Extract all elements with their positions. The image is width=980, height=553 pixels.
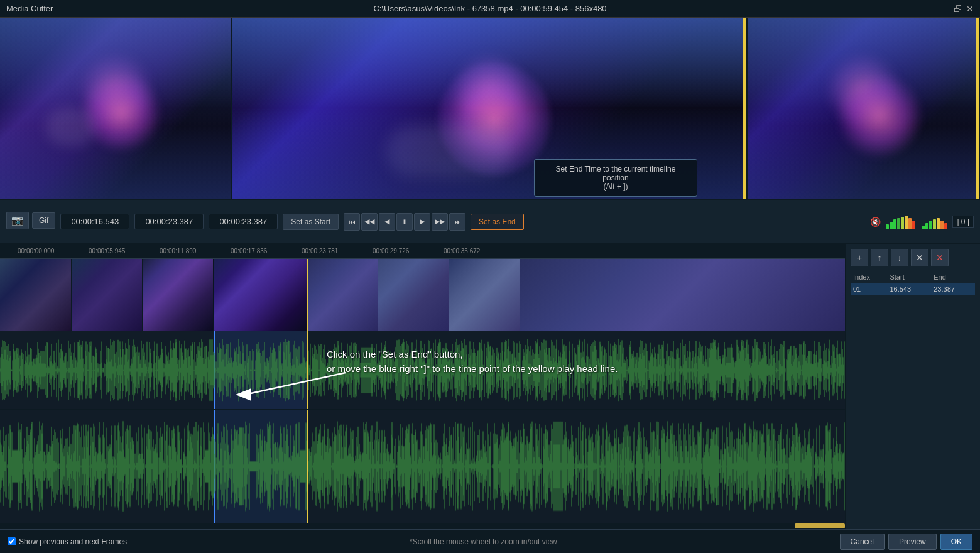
move-up-button[interactable]: ↑	[871, 249, 888, 266]
close-button[interactable]: ✕	[966, 4, 974, 14]
thumb-6	[449, 259, 520, 331]
preview-frame-center	[232, 18, 748, 199]
preview-button[interactable]: Preview	[888, 534, 937, 550]
time-current-display: 00:00:23.387	[134, 214, 204, 229]
level-meter-2	[922, 214, 947, 229]
waveform-top	[0, 331, 845, 410]
thumb-5	[378, 259, 449, 331]
waveform-bottom	[0, 410, 845, 523]
cancel-button[interactable]: Cancel	[840, 534, 885, 550]
nav-first[interactable]: ⏮	[344, 213, 360, 231]
clip-index: 01	[851, 283, 887, 295]
window-title: C:\Users\asus\Videos\Ink - 67358.mp4 - 0…	[373, 4, 606, 13]
thumb-4	[307, 259, 378, 331]
main-area: 📷 Gif 00:00:16.543 00:00:23.387 00:00:23…	[0, 18, 980, 553]
thumb-2	[142, 259, 213, 331]
frame-end-marker	[743, 18, 746, 199]
clip-row-1[interactable]: 01 16.543 23.387	[851, 283, 975, 295]
ruler-mark-1: 00:00:05.945	[89, 248, 125, 255]
move-down-button[interactable]: ↓	[891, 249, 908, 266]
waveform-canvas-1	[0, 331, 845, 409]
ok-button[interactable]: OK	[940, 534, 972, 550]
scroll-hint: *Scroll the mouse wheel to zoom in/out v…	[410, 537, 557, 546]
nav-next-fast[interactable]: ▶▶	[432, 213, 448, 231]
thumb-1	[71, 259, 142, 331]
ruler-mark-3: 00:00:17.836	[231, 248, 267, 255]
restore-button[interactable]: 🗗	[954, 4, 962, 14]
show-frames-label: Show previous and next Frames	[19, 537, 127, 546]
clip-start: 16.543	[887, 283, 931, 295]
controls-bar: 📷 Gif 00:00:16.543 00:00:23.387 00:00:23…	[0, 200, 980, 244]
col-index: Index	[851, 271, 887, 283]
thumb-3	[214, 259, 307, 331]
remove-clip-button[interactable]: ✕	[911, 249, 928, 266]
time-end-display: 00:00:23.387	[209, 214, 278, 229]
timeline-scrollbar[interactable]	[0, 523, 845, 529]
preview-frame-right	[748, 18, 980, 199]
screenshot-icon: 📷	[11, 214, 24, 226]
waveform-playhead	[307, 331, 308, 409]
add-clip-button[interactable]: +	[851, 249, 868, 266]
set-end-button[interactable]: Set as End	[471, 214, 524, 230]
level-meter	[886, 214, 915, 229]
preview-area	[0, 18, 980, 200]
gif-button[interactable]: Gif	[32, 212, 55, 229]
ruler-mark-4: 00:00:23.781	[302, 248, 338, 255]
clip-table: Index Start End 01 16.543 23.387	[851, 271, 975, 295]
num-display: | 0 |	[952, 216, 974, 228]
controls-right: 🔇 | 0 |	[870, 214, 974, 229]
nav-buttons: ⏮ ◀◀ ◀ ⏸ ▶ ▶▶ ⏭	[344, 213, 466, 231]
nav-last[interactable]: ⏭	[449, 213, 466, 231]
thumbnails-strip	[0, 259, 845, 331]
playhead	[307, 259, 308, 331]
col-start: Start	[887, 271, 931, 283]
set-start-button[interactable]: Set as Start	[283, 214, 339, 230]
waveform-bottom-playhead	[307, 410, 308, 523]
show-frames-checkbox-label[interactable]: Show previous and next Frames	[8, 537, 127, 546]
col-end: End	[931, 271, 975, 283]
ruler-mark-2: 00:00:11.890	[160, 248, 196, 255]
sidebar: + ↑ ↓ ✕ ✕ Index Start End	[845, 244, 980, 523]
nav-prev-fast[interactable]: ◀◀	[361, 213, 378, 231]
clip-end: 23.387	[931, 283, 975, 295]
preview-frame-left	[0, 18, 232, 199]
timeline-main: 00:00:00.000 00:00:05.945 00:00:11.890 0…	[0, 244, 845, 523]
ruler-mark-6: 00:00:35.672	[444, 248, 480, 255]
thumb-7	[520, 259, 845, 331]
app-title: Media Cutter	[6, 4, 53, 13]
ruler-mark-5: 00:00:29.726	[373, 248, 409, 255]
nav-play-pause[interactable]: ⏸	[396, 213, 413, 231]
bottom-buttons: Cancel Preview OK	[840, 534, 972, 550]
thumb-0	[0, 259, 71, 331]
show-frames-checkbox[interactable]	[8, 537, 16, 545]
nav-next[interactable]: ▶	[414, 213, 430, 231]
ruler-mark-0: 00:00:00.000	[18, 248, 54, 255]
frame-end-marker-right	[976, 18, 979, 199]
timeline-ruler: 00:00:00.000 00:00:05.945 00:00:11.890 0…	[0, 244, 845, 259]
titlebar: Media Cutter C:\Users\asus\Videos\Ink - …	[0, 0, 980, 18]
nav-prev[interactable]: ◀	[379, 213, 395, 231]
remove-all-button[interactable]: ✕	[931, 249, 949, 266]
sidebar-toolbar: + ↑ ↓ ✕ ✕	[851, 249, 975, 266]
volume-icon[interactable]: 🔇	[870, 217, 881, 227]
screenshot-button[interactable]: 📷	[6, 212, 29, 229]
timeline-scroll-thumb[interactable]	[795, 523, 845, 528]
waveform-canvas-2	[0, 410, 845, 523]
bottom-bar: Show previous and next Frames *Scroll th…	[0, 529, 980, 553]
time-start-display: 00:00:16.543	[60, 214, 129, 229]
